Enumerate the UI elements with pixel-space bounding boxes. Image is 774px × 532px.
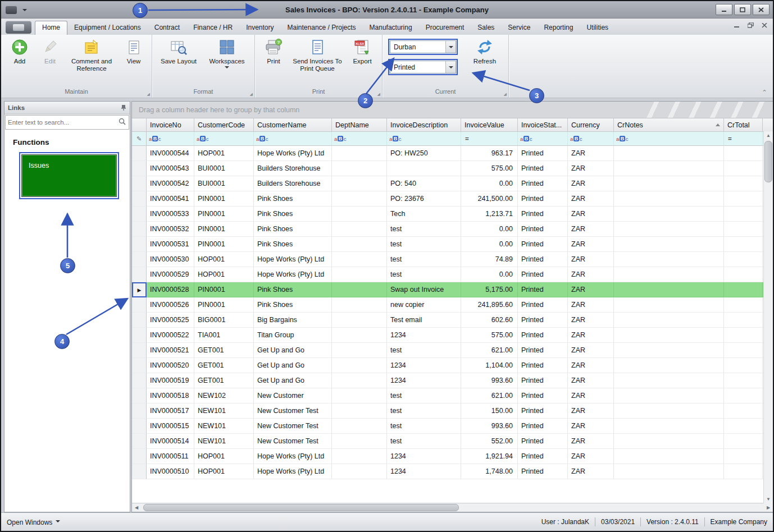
tab-procurement[interactable]: Procurement xyxy=(419,21,471,35)
filter-cell-customercode[interactable]: aBc xyxy=(194,132,254,146)
tab-home[interactable]: Home xyxy=(35,21,67,35)
row-indicator[interactable] xyxy=(132,207,147,222)
vertical-scrollbar[interactable]: ▲ ▼ xyxy=(763,131,773,503)
row-indicator[interactable] xyxy=(132,252,147,267)
column-header-deptname[interactable]: DeptName xyxy=(332,118,387,132)
filter-cell-currency[interactable]: aBc xyxy=(568,132,614,146)
table-row[interactable]: INV0000541PIN0001Pink ShoesPO: 23676241,… xyxy=(132,191,773,207)
table-row[interactable]: INV0000529HOP001Hope Works (Pty) Ltdtest… xyxy=(132,267,773,282)
site-dropdown[interactable]: Durban xyxy=(390,40,456,53)
tab-reporting[interactable]: Reporting xyxy=(537,21,580,35)
row-indicator[interactable] xyxy=(132,267,147,282)
row-indicator[interactable] xyxy=(132,237,147,252)
row-indicator[interactable] xyxy=(132,388,147,403)
row-indicator[interactable] xyxy=(132,161,147,176)
table-row[interactable]: INV0000518NEW102New Customertest621.00Pr… xyxy=(132,388,773,403)
tab-inventory[interactable]: Inventory xyxy=(239,21,280,35)
dialog-launcher-icon[interactable]: ◢ xyxy=(147,92,150,97)
vertical-scroll-thumb[interactable] xyxy=(764,141,772,182)
tab-manufacturing[interactable]: Manufacturing xyxy=(363,21,419,35)
column-header-customercode[interactable]: CustomerCode xyxy=(194,118,254,132)
row-indicator[interactable] xyxy=(132,403,147,419)
search-icon[interactable] xyxy=(119,117,126,127)
filter-cell-crtotal[interactable]: = xyxy=(724,132,763,146)
search-input[interactable] xyxy=(6,119,119,126)
dialog-launcher-icon[interactable]: ◢ xyxy=(504,92,507,97)
row-indicator[interactable] xyxy=(132,191,147,207)
tab-maintenance-projects[interactable]: Maintenance / Projects xyxy=(281,21,363,35)
tab-contract[interactable]: Contract xyxy=(148,21,186,35)
table-row[interactable]: INV0000511HOP001Hope Works (Pty) Ltd1234… xyxy=(132,449,773,464)
table-row[interactable]: INV0000510HOP001Hope Works (Pty) Ltd1234… xyxy=(132,464,773,479)
workspaces-button[interactable]: Workspaces xyxy=(202,36,252,71)
table-row[interactable]: INV0000543BUI0001Builders Storehouse575.… xyxy=(132,161,773,176)
dialog-launcher-icon[interactable]: ◢ xyxy=(377,92,380,97)
dialog-launcher-icon[interactable]: ◢ xyxy=(250,92,253,97)
row-indicator[interactable]: ▶ xyxy=(132,282,147,297)
export-button[interactable]: XLSX Export xyxy=(345,36,379,65)
column-header-crnotes[interactable]: CrNotes xyxy=(614,118,724,132)
table-row[interactable]: INV0000542BUI0001Builders StorehousePO: … xyxy=(132,176,773,191)
scroll-left-button[interactable]: ◀ xyxy=(132,503,141,512)
mdi-restore-icon[interactable] xyxy=(748,22,754,28)
table-row[interactable]: INV0000525BIG0001Big BargainsTest email6… xyxy=(132,313,773,328)
table-row[interactable]: INV0000520GET001Get Up and Go12341,104.0… xyxy=(132,358,773,373)
table-row[interactable]: INV0000522TIA001Titan Group1234575.00Pri… xyxy=(132,328,773,343)
column-header-currency[interactable]: Currency xyxy=(568,118,614,132)
table-row[interactable]: INV0000530HOP001Hope Works (Pty) Ltdtest… xyxy=(132,252,773,267)
filter-cell-invoiceno[interactable]: aBc xyxy=(147,132,194,146)
column-header-customername[interactable]: CustomerName xyxy=(254,118,332,132)
filter-cell-deptname[interactable]: aBc xyxy=(332,132,387,146)
table-row[interactable]: INV0000519GET001Get Up and Go1234993.60P… xyxy=(132,373,773,388)
tab-utilities[interactable]: Utilities xyxy=(580,21,615,35)
comment-and-reference-button[interactable]: Comment and Reference xyxy=(65,36,119,72)
edit-button[interactable]: Edit xyxy=(35,36,65,65)
row-indicator[interactable] xyxy=(132,297,147,313)
column-header-invoiceno[interactable]: InvoiceNo xyxy=(147,118,194,132)
open-windows-button[interactable]: Open Windows xyxy=(7,518,60,526)
filter-cell-invoicevalue[interactable]: = xyxy=(461,132,518,146)
send-invoices-to-print-queue-button[interactable]: Send Invoices To Print Queue xyxy=(289,36,345,72)
issues-button[interactable]: Issues xyxy=(21,154,117,197)
scroll-down-button[interactable]: ▼ xyxy=(764,495,773,503)
row-indicator[interactable] xyxy=(132,373,147,388)
table-row[interactable]: INV0000526PIN0001Pink Shoesnew copier241… xyxy=(132,297,773,313)
tab-sales[interactable]: Sales xyxy=(471,21,501,35)
column-header-crtotal[interactable]: CrTotal xyxy=(724,118,763,132)
minimize-button[interactable] xyxy=(716,4,732,15)
horizontal-scrollbar[interactable]: ◀ ▶ xyxy=(132,503,773,512)
app-menu-button[interactable] xyxy=(6,21,31,34)
tab-equipment-locations[interactable]: Equipment / Locations xyxy=(67,21,148,35)
tab-service[interactable]: Service xyxy=(501,21,537,35)
tab-finance-hr[interactable]: Finance / HR xyxy=(186,21,239,35)
row-indicator[interactable] xyxy=(132,176,147,191)
column-header-invoicedescription[interactable]: InvoiceDescription xyxy=(387,118,461,132)
row-indicator[interactable] xyxy=(132,313,147,328)
pin-icon[interactable] xyxy=(121,103,126,113)
status-dropdown-caret-icon[interactable] xyxy=(445,61,456,73)
row-indicator[interactable] xyxy=(132,449,147,464)
column-header-invoicevalue[interactable]: InvoiceValue xyxy=(461,118,518,132)
row-indicator[interactable] xyxy=(132,434,147,449)
save-layout-button[interactable]: Save Layout xyxy=(155,36,202,65)
horizontal-scroll-thumb[interactable] xyxy=(143,504,459,511)
scroll-right-button[interactable]: ▶ xyxy=(764,503,773,512)
table-row[interactable]: INV0000544HOP001Hope Works (Pty) LtdPO: … xyxy=(132,146,773,161)
row-indicator[interactable] xyxy=(132,146,147,161)
mdi-minimize-icon[interactable] xyxy=(734,23,740,28)
table-row[interactable]: INV0000514NEW101New Customer Testtest552… xyxy=(132,434,773,449)
close-button[interactable] xyxy=(753,4,770,15)
filter-cell-invoicedescription[interactable]: aBc xyxy=(387,132,461,146)
refresh-button[interactable]: Refresh xyxy=(464,36,506,65)
row-indicator[interactable] xyxy=(132,358,147,373)
site-dropdown-caret-icon[interactable] xyxy=(445,41,456,53)
table-row[interactable]: INV0000517NEW101New Customer Testtest150… xyxy=(132,403,773,419)
maximize-button[interactable] xyxy=(734,4,751,15)
view-button[interactable]: View xyxy=(119,36,149,65)
table-row[interactable]: INV0000515NEW101New Customer Testtest993… xyxy=(132,419,773,434)
table-row[interactable]: INV0000521GET001Get Up and Gotest621.00P… xyxy=(132,343,773,358)
table-row[interactable]: INV0000532PIN0001Pink Shoestest0.00Print… xyxy=(132,222,773,237)
scroll-up-button[interactable]: ▲ xyxy=(764,131,773,140)
column-header-invoicestat[interactable]: InvoiceStat... xyxy=(518,118,568,132)
collapse-ribbon-icon[interactable]: ⌃ xyxy=(762,89,767,97)
